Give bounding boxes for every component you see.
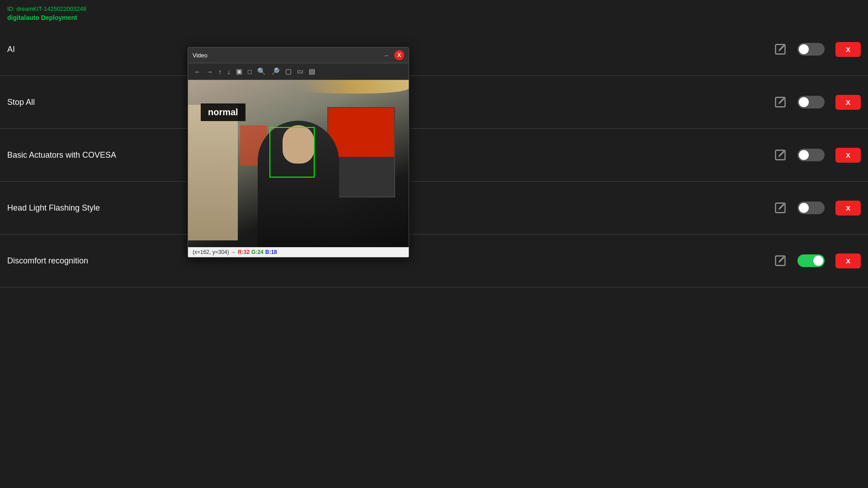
scene-ceiling-light — [298, 80, 409, 94]
row-basic-actuators-toggle-thumb — [799, 150, 809, 160]
row-head-light-x-button[interactable]: X — [835, 201, 861, 216]
row-head-light-edit-icon[interactable] — [774, 202, 787, 214]
row-basic-actuators-toggle[interactable] — [797, 149, 825, 161]
toolbar-back-button[interactable]: ← — [192, 66, 203, 77]
row-discomfort-x-button[interactable]: X — [835, 253, 861, 268]
toolbar-zoom-out-button[interactable]: 🔍 — [255, 66, 268, 77]
status-b-value: B:18 — [265, 249, 277, 255]
toolbar-forward-button[interactable]: → — [204, 66, 215, 77]
row-discomfort-toggle-thumb — [813, 256, 823, 266]
modal-close-button[interactable]: X — [394, 50, 404, 60]
toolbar-options-button[interactable]: ▤ — [307, 66, 317, 77]
row-basic-actuators-edit-icon[interactable] — [774, 149, 787, 161]
row-head-light-toggle-thumb — [799, 203, 809, 213]
modal-controls: – X — [382, 50, 404, 60]
status-coords: (x=162, y=304) → — [193, 249, 236, 255]
deployment-title: digitalauto Deployment — [7, 14, 861, 21]
row-stop-all-toggle-track — [797, 96, 825, 108]
status-g-value: G:24 — [251, 249, 264, 255]
row-discomfort-edit-icon[interactable] — [774, 254, 787, 267]
row-head-light-actions: X — [774, 201, 861, 216]
toolbar-fullscreen-button[interactable]: ▭ — [295, 66, 306, 77]
row-ai: AI X — [0, 23, 868, 76]
row-head-light: Head Light Flashing Style X — [0, 182, 868, 235]
detection-bounding-box — [269, 127, 315, 178]
toolbar-fit-button[interactable]: ▢ — [283, 66, 294, 77]
toolbar-zoom-in-button[interactable]: 🔎 — [269, 66, 282, 77]
row-stop-all-actions: X — [774, 95, 861, 110]
modal-toolbar: ← → ↑ ↓ ▣ □ 🔍 🔎 ▢ ▭ ▤ — [188, 63, 409, 80]
rows-container: AI X Stop All — [0, 23, 868, 287]
modal-titlebar: Video – X — [188, 47, 409, 63]
row-discomfort-toggle-track — [797, 254, 825, 267]
toolbar-frame-button[interactable]: □ — [245, 66, 254, 77]
toolbar-up-button[interactable]: ↑ — [216, 66, 224, 77]
normal-label: normal — [201, 103, 245, 121]
row-basic-actuators: Basic Actuators with COVESA X — [0, 129, 868, 182]
row-discomfort-actions: X — [774, 253, 861, 268]
row-stop-all-toggle-thumb — [799, 97, 809, 107]
row-head-light-toggle-track — [797, 202, 825, 214]
row-basic-actuators-actions: X — [774, 148, 861, 163]
modal-statusbar: (x=162, y=304) → R:32 G:24 B:18 — [188, 247, 409, 257]
row-ai-toggle-track — [797, 43, 825, 56]
row-discomfort-toggle[interactable] — [797, 254, 825, 267]
modal-minimize-button[interactable]: – — [382, 51, 391, 59]
device-id: ID: dreamKIT-1425022003248 — [7, 5, 861, 12]
video-modal: Video – X ← → ↑ ↓ ▣ □ 🔍 🔎 ▢ ▭ ▤ — [188, 47, 409, 258]
scene-wall-art-left — [188, 105, 238, 240]
row-basic-actuators-x-button[interactable]: X — [835, 148, 861, 163]
toolbar-grid-button[interactable]: ▣ — [234, 66, 245, 77]
row-basic-actuators-toggle-track — [797, 149, 825, 161]
row-ai-toggle-thumb — [799, 44, 809, 54]
row-ai-actions: X — [774, 42, 861, 57]
status-r-value: R:32 — [238, 249, 250, 255]
row-ai-edit-icon[interactable] — [774, 43, 787, 56]
row-stop-all-x-button[interactable]: X — [835, 95, 861, 110]
row-stop-all-edit-icon[interactable] — [774, 96, 787, 108]
video-background: normal — [188, 80, 409, 247]
row-head-light-toggle[interactable] — [797, 202, 825, 214]
header: ID: dreamKIT-1425022003248 digitalauto D… — [0, 0, 868, 23]
video-area: normal — [188, 80, 409, 247]
toolbar-down-button[interactable]: ↓ — [225, 66, 233, 77]
row-stop-all: Stop All X — [0, 76, 868, 129]
modal-title: Video — [193, 52, 208, 59]
row-ai-toggle[interactable] — [797, 43, 825, 56]
row-discomfort: Discomfort recognition X — [0, 235, 868, 287]
row-ai-x-button[interactable]: X — [835, 42, 861, 57]
row-stop-all-toggle[interactable] — [797, 96, 825, 108]
